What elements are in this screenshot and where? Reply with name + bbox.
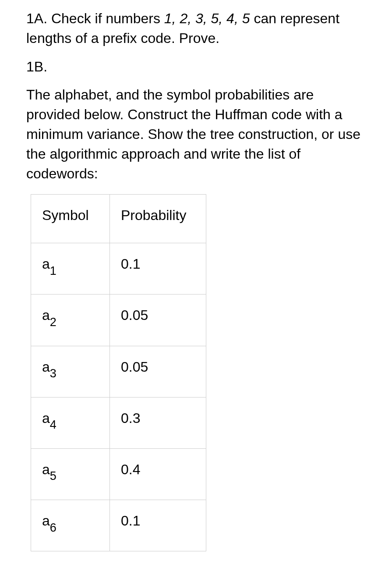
symbol-cell: a1	[31, 243, 110, 295]
header-symbol: Symbol	[31, 195, 110, 243]
table-row: a5 0.4	[31, 448, 206, 500]
probability-cell: 0.3	[110, 397, 206, 448]
header-probability: Probability	[110, 195, 206, 243]
q1a-numbers: 1, 2, 3, 5, 4, 5	[164, 11, 250, 26]
question-1a: 1A. Check if numbers 1, 2, 3, 5, 4, 5 ca…	[26, 9, 370, 48]
probability-cell: 0.1	[110, 500, 206, 551]
table-row: a6 0.1	[31, 500, 206, 551]
question-1b-text: The alphabet, and the symbol probabiliti…	[26, 85, 370, 183]
table-row: a4 0.3	[31, 397, 206, 448]
symbol-cell: a2	[31, 295, 110, 346]
table-row: a1 0.1	[31, 243, 206, 295]
symbol-cell: a3	[31, 346, 110, 397]
probability-cell: 0.1	[110, 243, 206, 295]
symbol-cell: a6	[31, 500, 110, 551]
symbol-cell: a4	[31, 397, 110, 448]
symbol-probability-table: Symbol Probability a1 0.1 a2 0.05 a3 0.0…	[31, 194, 206, 551]
question-1b-label: 1B.	[26, 57, 370, 77]
table-row: a3 0.05	[31, 346, 206, 397]
symbol-cell: a5	[31, 448, 110, 500]
table-header-row: Symbol Probability	[31, 195, 206, 243]
probability-cell: 0.05	[110, 295, 206, 346]
probability-cell: 0.05	[110, 346, 206, 397]
table-row: a2 0.05	[31, 295, 206, 346]
q1a-prefix: 1A. Check if numbers	[26, 11, 164, 26]
probability-cell: 0.4	[110, 448, 206, 500]
